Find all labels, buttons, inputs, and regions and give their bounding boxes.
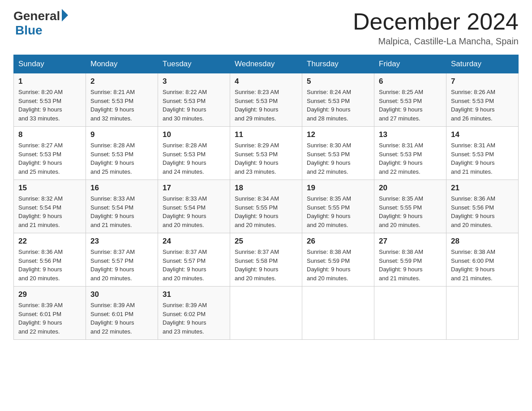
day-number: 30 xyxy=(90,290,153,299)
logo-blue-text: Blue xyxy=(15,23,43,38)
day-info: Sunrise: 8:30 AM Sunset: 5:53 PM Dayligh… xyxy=(307,141,369,176)
day-number: 19 xyxy=(307,184,369,193)
calendar-header-tuesday: Tuesday xyxy=(158,55,230,73)
calendar-cell: 22 Sunrise: 8:36 AM Sunset: 5:56 PM Dayl… xyxy=(14,233,86,287)
page-subtitle: Malpica, Castille-La Mancha, Spain xyxy=(353,36,519,47)
day-info: Sunrise: 8:31 AM Sunset: 5:53 PM Dayligh… xyxy=(451,141,514,176)
calendar-table: SundayMondayTuesdayWednesdayThursdayFrid… xyxy=(13,55,519,340)
calendar-cell: 2 Sunrise: 8:21 AM Sunset: 5:53 PM Dayli… xyxy=(86,73,158,127)
day-number: 22 xyxy=(18,237,81,246)
day-info: Sunrise: 8:39 AM Sunset: 6:01 PM Dayligh… xyxy=(18,301,81,336)
calendar-cell: 30 Sunrise: 8:39 AM Sunset: 6:01 PM Dayl… xyxy=(86,287,158,340)
day-number: 5 xyxy=(307,77,369,86)
day-info: Sunrise: 8:27 AM Sunset: 5:53 PM Dayligh… xyxy=(18,141,81,176)
day-info: Sunrise: 8:31 AM Sunset: 5:53 PM Dayligh… xyxy=(379,141,442,176)
day-info: Sunrise: 8:25 AM Sunset: 5:53 PM Dayligh… xyxy=(379,88,442,123)
day-number: 12 xyxy=(307,130,369,139)
page-title: December 2024 xyxy=(353,9,519,34)
calendar-cell: 28 Sunrise: 8:38 AM Sunset: 6:00 PM Dayl… xyxy=(446,233,519,287)
day-number: 15 xyxy=(18,184,81,193)
calendar-cell: 1 Sunrise: 8:20 AM Sunset: 5:53 PM Dayli… xyxy=(14,73,86,127)
logo: General Blue xyxy=(13,9,68,38)
day-info: Sunrise: 8:36 AM Sunset: 5:56 PM Dayligh… xyxy=(18,248,81,283)
day-number: 20 xyxy=(379,184,442,193)
calendar-cell: 31 Sunrise: 8:39 AM Sunset: 6:02 PM Dayl… xyxy=(158,287,230,340)
day-number: 21 xyxy=(451,184,514,193)
calendar-header-sunday: Sunday xyxy=(14,55,86,73)
day-number: 29 xyxy=(18,290,81,299)
day-info: Sunrise: 8:29 AM Sunset: 5:53 PM Dayligh… xyxy=(235,141,297,176)
title-block: December 2024 Malpica, Castille-La Manch… xyxy=(353,9,519,47)
day-info: Sunrise: 8:37 AM Sunset: 5:57 PM Dayligh… xyxy=(163,248,225,283)
calendar-header-friday: Friday xyxy=(374,55,446,73)
day-number: 3 xyxy=(163,77,225,86)
calendar-week-row: 22 Sunrise: 8:36 AM Sunset: 5:56 PM Dayl… xyxy=(14,233,519,287)
day-number: 8 xyxy=(18,130,81,139)
day-number: 18 xyxy=(235,184,297,193)
day-number: 13 xyxy=(379,130,442,139)
day-info: Sunrise: 8:35 AM Sunset: 5:55 PM Dayligh… xyxy=(307,194,369,229)
day-info: Sunrise: 8:22 AM Sunset: 5:53 PM Dayligh… xyxy=(163,88,225,123)
day-number: 28 xyxy=(451,237,514,246)
day-info: Sunrise: 8:26 AM Sunset: 5:53 PM Dayligh… xyxy=(451,88,514,123)
calendar-cell: 15 Sunrise: 8:32 AM Sunset: 5:54 PM Dayl… xyxy=(14,180,86,233)
day-number: 14 xyxy=(451,130,514,139)
day-number: 4 xyxy=(235,77,297,86)
calendar-cell: 14 Sunrise: 8:31 AM Sunset: 5:53 PM Dayl… xyxy=(446,127,519,180)
day-info: Sunrise: 8:21 AM Sunset: 5:53 PM Dayligh… xyxy=(90,88,153,123)
calendar-header-wednesday: Wednesday xyxy=(230,55,302,73)
day-info: Sunrise: 8:23 AM Sunset: 5:53 PM Dayligh… xyxy=(235,88,297,123)
calendar-cell: 26 Sunrise: 8:38 AM Sunset: 5:59 PM Dayl… xyxy=(302,233,374,287)
day-info: Sunrise: 8:28 AM Sunset: 5:53 PM Dayligh… xyxy=(90,141,153,176)
day-info: Sunrise: 8:34 AM Sunset: 5:55 PM Dayligh… xyxy=(235,194,297,229)
calendar-cell xyxy=(374,287,446,340)
calendar-cell: 4 Sunrise: 8:23 AM Sunset: 5:53 PM Dayli… xyxy=(230,73,302,127)
calendar-cell: 12 Sunrise: 8:30 AM Sunset: 5:53 PM Dayl… xyxy=(302,127,374,180)
calendar-cell: 11 Sunrise: 8:29 AM Sunset: 5:53 PM Dayl… xyxy=(230,127,302,180)
day-info: Sunrise: 8:20 AM Sunset: 5:53 PM Dayligh… xyxy=(18,88,81,123)
day-number: 9 xyxy=(90,130,153,139)
day-number: 6 xyxy=(379,77,442,86)
day-info: Sunrise: 8:38 AM Sunset: 5:59 PM Dayligh… xyxy=(379,248,442,283)
calendar-week-row: 15 Sunrise: 8:32 AM Sunset: 5:54 PM Dayl… xyxy=(14,180,519,233)
day-info: Sunrise: 8:37 AM Sunset: 5:57 PM Dayligh… xyxy=(90,248,153,283)
page-header: General Blue December 2024 Malpica, Cast… xyxy=(13,9,519,47)
day-info: Sunrise: 8:38 AM Sunset: 5:59 PM Dayligh… xyxy=(307,248,369,283)
day-number: 26 xyxy=(307,237,369,246)
day-info: Sunrise: 8:35 AM Sunset: 5:55 PM Dayligh… xyxy=(379,194,442,229)
day-number: 24 xyxy=(163,237,225,246)
calendar-week-row: 1 Sunrise: 8:20 AM Sunset: 5:53 PM Dayli… xyxy=(14,73,519,127)
calendar-week-row: 29 Sunrise: 8:39 AM Sunset: 6:01 PM Dayl… xyxy=(14,287,519,340)
day-number: 7 xyxy=(451,77,514,86)
calendar-cell: 6 Sunrise: 8:25 AM Sunset: 5:53 PM Dayli… xyxy=(374,73,446,127)
calendar-header-saturday: Saturday xyxy=(446,55,519,73)
day-number: 11 xyxy=(235,130,297,139)
calendar-cell: 25 Sunrise: 8:37 AM Sunset: 5:58 PM Dayl… xyxy=(230,233,302,287)
calendar-cell: 29 Sunrise: 8:39 AM Sunset: 6:01 PM Dayl… xyxy=(14,287,86,340)
calendar-cell: 18 Sunrise: 8:34 AM Sunset: 5:55 PM Dayl… xyxy=(230,180,302,233)
calendar-cell: 20 Sunrise: 8:35 AM Sunset: 5:55 PM Dayl… xyxy=(374,180,446,233)
day-number: 17 xyxy=(163,184,225,193)
calendar-cell xyxy=(446,287,519,340)
calendar-cell: 21 Sunrise: 8:36 AM Sunset: 5:56 PM Dayl… xyxy=(446,180,519,233)
day-info: Sunrise: 8:24 AM Sunset: 5:53 PM Dayligh… xyxy=(307,88,369,123)
day-number: 1 xyxy=(18,77,81,86)
day-number: 25 xyxy=(235,237,297,246)
day-info: Sunrise: 8:28 AM Sunset: 5:53 PM Dayligh… xyxy=(163,141,225,176)
calendar-cell xyxy=(230,287,302,340)
calendar-week-row: 8 Sunrise: 8:27 AM Sunset: 5:53 PM Dayli… xyxy=(14,127,519,180)
calendar-cell: 19 Sunrise: 8:35 AM Sunset: 5:55 PM Dayl… xyxy=(302,180,374,233)
calendar-cell: 17 Sunrise: 8:33 AM Sunset: 5:54 PM Dayl… xyxy=(158,180,230,233)
calendar-cell: 10 Sunrise: 8:28 AM Sunset: 5:53 PM Dayl… xyxy=(158,127,230,180)
calendar-header-thursday: Thursday xyxy=(302,55,374,73)
calendar-cell: 7 Sunrise: 8:26 AM Sunset: 5:53 PM Dayli… xyxy=(446,73,519,127)
day-info: Sunrise: 8:32 AM Sunset: 5:54 PM Dayligh… xyxy=(18,194,81,229)
day-info: Sunrise: 8:36 AM Sunset: 5:56 PM Dayligh… xyxy=(451,194,514,229)
day-info: Sunrise: 8:37 AM Sunset: 5:58 PM Dayligh… xyxy=(235,248,297,283)
day-number: 2 xyxy=(90,77,153,86)
calendar-cell: 24 Sunrise: 8:37 AM Sunset: 5:57 PM Dayl… xyxy=(158,233,230,287)
day-info: Sunrise: 8:38 AM Sunset: 6:00 PM Dayligh… xyxy=(451,248,514,283)
calendar-cell: 3 Sunrise: 8:22 AM Sunset: 5:53 PM Dayli… xyxy=(158,73,230,127)
day-number: 23 xyxy=(90,237,153,246)
calendar-cell: 23 Sunrise: 8:37 AM Sunset: 5:57 PM Dayl… xyxy=(86,233,158,287)
